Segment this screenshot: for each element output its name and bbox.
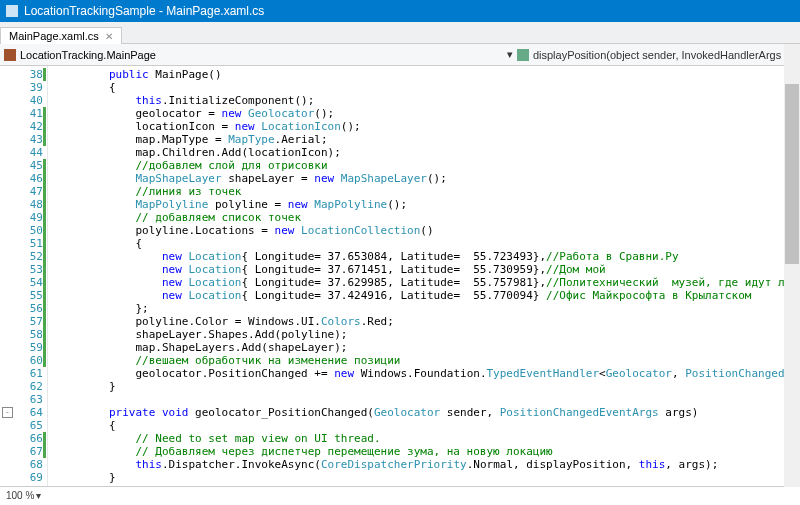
line-number: 66 (0, 432, 43, 445)
code-line[interactable]: this.InitializeComponent(); (56, 94, 800, 107)
change-marker (43, 172, 46, 185)
code-editor[interactable]: 3839404142434445464748495051525354555657… (0, 66, 800, 486)
app-icon (6, 5, 18, 17)
change-marker (43, 185, 46, 198)
line-number: 68 (0, 458, 43, 471)
code-line[interactable]: } (56, 380, 800, 393)
line-number: 41 (0, 107, 43, 120)
scope-label: LocationTracking.MainPage (20, 49, 156, 61)
line-number: 59 (0, 341, 43, 354)
code-line[interactable]: private void geolocator_PositionChanged(… (56, 406, 800, 419)
change-marker (43, 341, 46, 354)
code-line[interactable]: geolocator.PositionChanged += new Window… (56, 367, 800, 380)
code-line[interactable]: geolocator = new Geolocator(); (56, 107, 800, 120)
code-line[interactable]: shapeLayer.Shapes.Add(polyline); (56, 328, 800, 341)
change-marker (43, 237, 46, 250)
line-number: 46 (0, 172, 43, 185)
line-number: 50 (0, 224, 43, 237)
change-marker (43, 120, 46, 133)
change-marker (43, 315, 46, 328)
vertical-scrollbar[interactable] (784, 44, 800, 487)
code-line[interactable]: map.Children.Add(locationIcon); (56, 146, 800, 159)
titlebar: LocationTrackingSample - MainPage.xaml.c… (0, 0, 800, 22)
code-line[interactable]: { (56, 237, 800, 250)
close-icon[interactable]: ✕ (105, 31, 113, 42)
class-icon (4, 49, 16, 61)
change-marker (43, 276, 46, 289)
code-line[interactable]: // Добавляем через диспетчер перемещение… (56, 445, 800, 458)
change-marker (43, 289, 46, 302)
change-marker (43, 159, 46, 172)
line-number: 51 (0, 237, 43, 250)
tab-label: MainPage.xaml.cs (9, 30, 99, 42)
code-line[interactable]: // добавляем список точек (56, 211, 800, 224)
member-navbar: LocationTracking.MainPage ▾ displayPosit… (0, 44, 800, 66)
code-line[interactable]: public MainPage() (56, 68, 800, 81)
line-number: 67 (0, 445, 43, 458)
window-title: LocationTrackingSample - MainPage.xaml.c… (24, 4, 264, 18)
change-marker (43, 250, 46, 263)
line-number: 52 (0, 250, 43, 263)
code-line[interactable]: locationIcon = new LocationIcon(); (56, 120, 800, 133)
change-marker (43, 68, 46, 81)
line-number: 48 (0, 198, 43, 211)
code-line[interactable]: } (56, 471, 800, 484)
code-line[interactable]: MapShapeLayer shapeLayer = new MapShapeL… (56, 172, 800, 185)
zoom-chevron-icon[interactable]: ▾ (36, 490, 41, 501)
line-number: 49 (0, 211, 43, 224)
change-marker (43, 107, 46, 120)
line-number: 42 (0, 120, 43, 133)
code-line[interactable]: }; (56, 302, 800, 315)
change-marker (43, 263, 46, 276)
change-marker (43, 445, 46, 458)
line-number: 62 (0, 380, 43, 393)
code-line[interactable]: polyline.Locations = new LocationCollect… (56, 224, 800, 237)
code-line[interactable] (56, 484, 800, 486)
line-number: 57 (0, 315, 43, 328)
change-marker (43, 302, 46, 315)
line-number: 64- (0, 406, 43, 419)
scroll-thumb[interactable] (785, 84, 799, 264)
member-label: displayPosition(object sender, InvokedHa… (533, 49, 794, 61)
line-number: 56 (0, 302, 43, 315)
code-line[interactable]: new Location{ Longitude= 37.424916, Lati… (56, 289, 800, 302)
change-marker (43, 328, 46, 341)
code-line[interactable]: this.Dispatcher.InvokeAsync(CoreDispatch… (56, 458, 800, 471)
method-icon (517, 49, 529, 61)
line-number: 54 (0, 276, 43, 289)
tab-mainpage[interactable]: MainPage.xaml.cs ✕ (0, 27, 122, 44)
line-number: 58 (0, 328, 43, 341)
change-marker (43, 354, 46, 367)
line-number: 60 (0, 354, 43, 367)
code-line[interactable]: MapPolyline polyline = new MapPolyline()… (56, 198, 800, 211)
code-line[interactable]: //добавлем слой для отрисовки (56, 159, 800, 172)
statusbar: 100 % ▾ (0, 486, 800, 504)
change-marker (43, 211, 46, 224)
code-line[interactable]: //линия из точек (56, 185, 800, 198)
fold-toggle-icon[interactable]: - (2, 407, 13, 418)
member-dropdown[interactable]: ▾ displayPosition(object sender, Invoked… (501, 48, 800, 61)
tabstrip: MainPage.xaml.cs ✕ (0, 22, 800, 44)
code-line[interactable]: new Location{ Longitude= 37.629985, Lati… (56, 276, 800, 289)
line-number: 40 (0, 94, 43, 107)
line-number: 39 (0, 81, 43, 94)
code-line[interactable]: map.ShapeLayers.Add(shapeLayer); (56, 341, 800, 354)
code-line[interactable]: new Location{ Longitude= 37.653084, Lati… (56, 250, 800, 263)
zoom-level[interactable]: 100 % (6, 490, 34, 501)
change-marker (43, 133, 46, 146)
code-line[interactable]: map.MapType = MapType.Aerial; (56, 133, 800, 146)
code-line[interactable] (56, 393, 800, 406)
change-marker (43, 198, 46, 211)
line-number: 61 (0, 367, 43, 380)
code-surface[interactable]: public MainPage() { this.InitializeCompo… (48, 66, 800, 486)
code-line[interactable]: new Location{ Longitude= 37.671451, Lati… (56, 263, 800, 276)
code-line[interactable]: //вешаем обработчик на изменение позиции (56, 354, 800, 367)
line-number: 38 (0, 68, 43, 81)
line-number: 43 (0, 133, 43, 146)
code-line[interactable]: { (56, 81, 800, 94)
code-line[interactable]: polyline.Color = Windows.UI.Colors.Red; (56, 315, 800, 328)
code-line[interactable]: { (56, 419, 800, 432)
line-number: 65 (0, 419, 43, 432)
code-line[interactable]: // Need to set map view on UI thread. (56, 432, 800, 445)
scope-dropdown[interactable]: LocationTracking.MainPage (0, 49, 501, 61)
